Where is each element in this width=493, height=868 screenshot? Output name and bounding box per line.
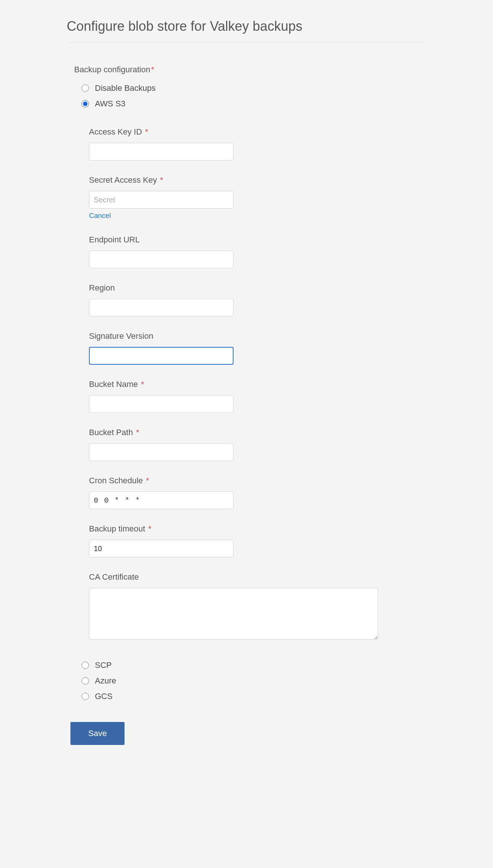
required-star-icon: * xyxy=(146,476,149,485)
aws-s3-form-section: Access Key ID * Secret Access Key * Canc… xyxy=(67,127,426,642)
signature-version-input[interactable] xyxy=(89,347,234,365)
bucket-path-input[interactable] xyxy=(89,443,234,461)
backup-config-radio-group: Disable Backups AWS S3 xyxy=(67,83,426,109)
bucket-path-label-text: Bucket Path xyxy=(89,428,133,437)
secret-access-key-label: Secret Access Key * xyxy=(89,175,426,185)
backup-timeout-label: Backup timeout * xyxy=(89,524,426,534)
signature-version-group: Signature Version xyxy=(89,331,426,365)
required-star-icon: * xyxy=(145,127,148,136)
region-input[interactable] xyxy=(89,299,234,317)
bucket-path-group: Bucket Path * xyxy=(89,428,426,461)
save-button[interactable]: Save xyxy=(70,722,125,745)
required-star-icon: * xyxy=(151,65,154,74)
bucket-name-label-text: Bucket Name xyxy=(89,380,138,389)
bucket-name-group: Bucket Name * xyxy=(89,380,426,413)
page-title: Configure blob store for Valkey backups xyxy=(67,19,426,43)
radio-disable-input[interactable] xyxy=(82,85,89,92)
cron-schedule-label: Cron Schedule * xyxy=(89,476,426,486)
secret-access-key-label-text: Secret Access Key xyxy=(89,175,157,185)
required-star-icon: * xyxy=(160,175,163,185)
radio-azure[interactable]: Azure xyxy=(82,676,426,686)
radio-gcs[interactable]: GCS xyxy=(82,692,426,701)
required-star-icon: * xyxy=(148,524,152,533)
section-label: Backup configuration* xyxy=(67,65,426,74)
radio-azure-label[interactable]: Azure xyxy=(95,676,116,686)
radio-scp-input[interactable] xyxy=(82,662,89,669)
bucket-name-label: Bucket Name * xyxy=(89,380,426,389)
radio-disable-backups[interactable]: Disable Backups xyxy=(82,83,426,93)
required-star-icon: * xyxy=(141,380,144,389)
backup-timeout-label-text: Backup timeout xyxy=(89,524,145,533)
ca-certificate-textarea[interactable] xyxy=(89,588,378,640)
endpoint-url-group: Endpoint URL xyxy=(89,235,426,268)
signature-version-label: Signature Version xyxy=(89,331,426,341)
access-key-id-label-text: Access Key ID xyxy=(89,127,142,136)
region-group: Region xyxy=(89,283,426,317)
radio-aws-input[interactable] xyxy=(82,100,89,107)
radio-scp-label[interactable]: SCP xyxy=(95,660,112,670)
bucket-name-input[interactable] xyxy=(89,395,234,413)
region-label: Region xyxy=(89,283,426,293)
cancel-link[interactable]: Cancel xyxy=(89,212,111,220)
secret-access-key-group: Secret Access Key * Cancel xyxy=(89,175,426,220)
radio-gcs-label[interactable]: GCS xyxy=(95,692,113,701)
endpoint-url-label: Endpoint URL xyxy=(89,235,426,245)
ca-certificate-group: CA Certificate xyxy=(89,572,426,642)
radio-disable-label[interactable]: Disable Backups xyxy=(95,83,156,93)
backup-config-radio-group-bottom: SCP Azure GCS xyxy=(67,660,426,701)
required-star-icon: * xyxy=(136,428,139,437)
endpoint-url-input[interactable] xyxy=(89,251,234,268)
cron-schedule-label-text: Cron Schedule xyxy=(89,476,143,485)
section-label-text: Backup configuration xyxy=(74,65,150,74)
radio-aws-label[interactable]: AWS S3 xyxy=(95,99,125,109)
access-key-id-group: Access Key ID * xyxy=(89,127,426,160)
backup-timeout-group: Backup timeout * xyxy=(89,524,426,557)
access-key-id-label: Access Key ID * xyxy=(89,127,426,137)
access-key-id-input[interactable] xyxy=(89,143,234,160)
backup-timeout-input[interactable] xyxy=(89,540,234,557)
radio-azure-input[interactable] xyxy=(82,677,89,685)
cron-schedule-input[interactable] xyxy=(89,491,234,509)
secret-access-key-input[interactable] xyxy=(89,191,234,209)
radio-scp[interactable]: SCP xyxy=(82,660,426,670)
radio-aws-s3[interactable]: AWS S3 xyxy=(82,99,426,109)
radio-gcs-input[interactable] xyxy=(82,693,89,700)
ca-certificate-label: CA Certificate xyxy=(89,572,426,582)
bucket-path-label: Bucket Path * xyxy=(89,428,426,437)
cron-schedule-group: Cron Schedule * xyxy=(89,476,426,509)
